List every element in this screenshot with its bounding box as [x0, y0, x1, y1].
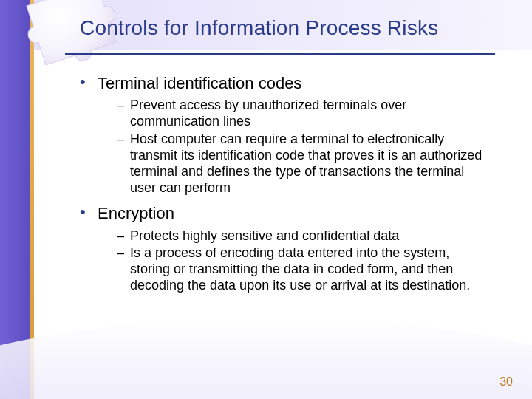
slide-title: Controls for Information Process Risks: [80, 16, 502, 40]
sub-bullet-item: Prevent access by unauthorized terminals…: [117, 98, 488, 130]
bullet-item: Terminal identification codes Prevent ac…: [80, 74, 488, 197]
sub-bullet-item: Protects highly sensitive and confidenti…: [117, 228, 488, 245]
slide-body: Terminal identification codes Prevent ac…: [80, 74, 488, 301]
page-number: 30: [499, 375, 513, 389]
title-underline: [65, 53, 495, 55]
bullet-item: Encryption Protects highly sensitive and…: [80, 204, 488, 294]
bullet-text: Terminal identification codes: [98, 74, 301, 92]
sub-bullet-item: Is a process of encoding data entered in…: [117, 245, 488, 294]
bullet-text: Encryption: [98, 204, 174, 222]
svg-point-2: [0, 318, 532, 399]
sub-bullet-item: Host computer can require a terminal to …: [117, 132, 488, 197]
slide: { "title": "Controls for Information Pro…: [0, 0, 532, 399]
